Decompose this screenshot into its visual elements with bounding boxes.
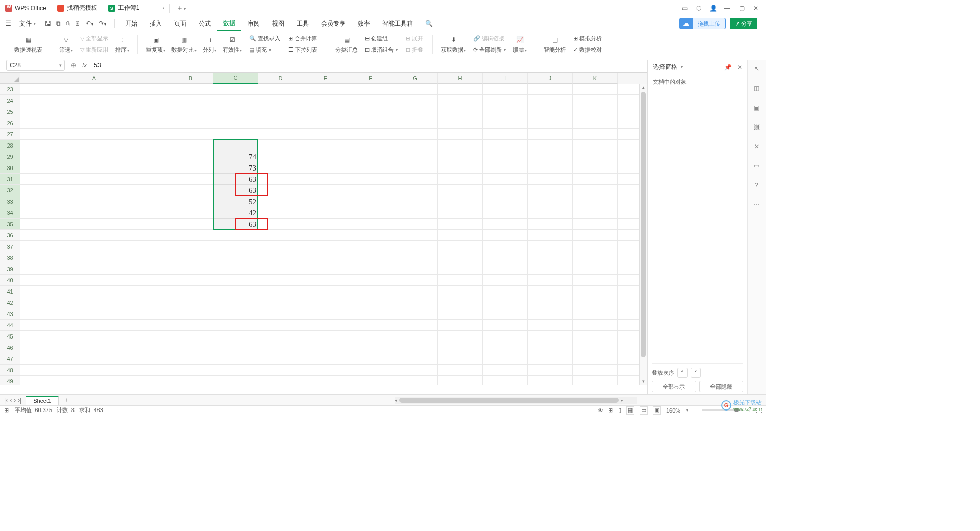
column-header[interactable]: A	[20, 73, 168, 84]
scroll-right-icon[interactable]: ▸	[621, 398, 623, 403]
scroll-up-icon[interactable]: ▴	[640, 84, 647, 91]
tab-add-button[interactable]: ＋▾	[170, 4, 192, 13]
tab-view[interactable]: 视图	[266, 16, 290, 31]
cell[interactable]: 52	[213, 196, 258, 207]
get-data-button[interactable]: ⬇获取数据▾	[438, 31, 469, 58]
grid-icon[interactable]: ⊞	[608, 407, 613, 414]
lookup-input-button[interactable]: 🔍查找录入	[247, 34, 282, 44]
row-header[interactable]: 25	[0, 106, 20, 117]
row-header[interactable]: 30	[0, 162, 20, 174]
row-header[interactable]: 42	[0, 297, 20, 308]
search-icon[interactable]: 🔍	[419, 16, 439, 31]
data-compare-button[interactable]: ▥数据对比▾	[168, 31, 200, 58]
cell[interactable]: 74	[213, 151, 258, 162]
tab-formula[interactable]: 公式	[192, 16, 217, 31]
move-up-button[interactable]: ˄	[677, 368, 688, 378]
scroll-thumb[interactable]	[641, 92, 646, 357]
row-header[interactable]: 43	[0, 308, 20, 320]
select-icon[interactable]: ↖	[752, 64, 762, 74]
row-header[interactable]: 39	[0, 263, 20, 275]
file-menu[interactable]: 文件▾	[16, 19, 39, 28]
row-header[interactable]: 35	[0, 219, 20, 230]
cell-grid[interactable]: 5374736363524263	[20, 84, 639, 385]
image-icon[interactable]: 🖼	[752, 122, 762, 132]
tab-docer[interactable]: 找稻壳模板	[52, 0, 103, 16]
cell[interactable]: 42	[213, 207, 258, 219]
cloud-icon[interactable]: ☁	[679, 18, 693, 29]
validation-button[interactable]: ☑有效性▾	[219, 31, 245, 58]
column-header[interactable]: G	[393, 73, 438, 84]
column-header[interactable]: B	[168, 73, 213, 84]
row-header[interactable]: 46	[0, 342, 20, 353]
show-all-button[interactable]: 全部显示	[652, 381, 696, 392]
fill-button[interactable]: ▤填充▾	[247, 45, 282, 55]
text-to-columns-button[interactable]: ⫞分列▾	[200, 31, 219, 58]
upload-button[interactable]: 拖拽上传	[693, 18, 726, 29]
row-header[interactable]: 37	[0, 241, 20, 252]
column-header[interactable]: J	[528, 73, 573, 84]
tab-start[interactable]: 开始	[119, 16, 143, 31]
column-icon[interactable]: ▯	[618, 407, 621, 414]
panel-icon[interactable]: ▭	[681, 5, 688, 12]
eye-icon[interactable]: 👁	[598, 407, 603, 414]
row-header[interactable]: 33	[0, 196, 20, 207]
column-header[interactable]: D	[258, 73, 303, 84]
row-header[interactable]: 49	[0, 376, 20, 387]
more-icon[interactable]: ⋯	[752, 200, 762, 210]
add-sheet-button[interactable]: ＋	[59, 396, 75, 404]
window-maximize[interactable]: ▢	[738, 5, 745, 12]
print-preview-icon[interactable]: 🗎	[75, 20, 81, 27]
tab-insert[interactable]: 插入	[143, 16, 168, 31]
row-header[interactable]: 40	[0, 275, 20, 286]
name-box[interactable]: C28 ▾	[6, 60, 65, 71]
cell[interactable]: 63	[213, 219, 258, 230]
ungroup-button[interactable]: ⊡取消组合▾	[363, 45, 400, 55]
consolidate-button[interactable]: ⊞合并计算	[286, 34, 320, 44]
tab-ai-toolbox[interactable]: 智能工具箱	[376, 16, 419, 31]
refresh-all-button[interactable]: ⟳全部刷新▾	[471, 45, 508, 55]
zoom-value[interactable]: 160%	[666, 407, 680, 414]
row-header[interactable]: 38	[0, 252, 20, 263]
column-header[interactable]: I	[483, 73, 528, 84]
tab-tools[interactable]: 工具	[290, 16, 315, 31]
hamburger-icon[interactable]: ☰	[3, 18, 13, 29]
next-sheet-icon[interactable]: ›	[14, 397, 16, 404]
tab-efficiency[interactable]: 效率	[352, 16, 376, 31]
row-header[interactable]: 29	[0, 151, 20, 162]
expand-button[interactable]: ⊞展开	[404, 34, 425, 44]
close-icon[interactable]: ✕	[737, 64, 742, 71]
row-header[interactable]: 27	[0, 129, 20, 140]
fx-icon[interactable]: fx	[78, 62, 91, 69]
sheet-tab-active[interactable]: Sheet1	[26, 396, 59, 405]
row-header[interactable]: 45	[0, 331, 20, 342]
page-view-button[interactable]: ▭	[640, 406, 648, 415]
column-header[interactable]: C	[213, 73, 258, 84]
tab-page[interactable]: 页面	[168, 16, 192, 31]
share-button[interactable]: ↗分享	[730, 18, 757, 29]
scroll-thumb[interactable]	[399, 398, 619, 403]
dropdown-list-button[interactable]: ☰下拉列表	[286, 45, 320, 55]
link-icon[interactable]: ⧉	[56, 20, 61, 27]
tools-icon[interactable]: ✕	[752, 141, 762, 152]
row-header[interactable]: 34	[0, 207, 20, 219]
row-header[interactable]: 24	[0, 95, 20, 106]
window-close[interactable]: ✕	[752, 5, 760, 12]
tab-member[interactable]: 会员专享	[315, 16, 352, 31]
menu-icon[interactable]: ⊞	[4, 407, 9, 414]
sort-button[interactable]: ↕排序▾	[112, 31, 132, 58]
row-header[interactable]: 41	[0, 286, 20, 297]
row-header[interactable]: 47	[0, 353, 20, 365]
row-header[interactable]: 26	[0, 117, 20, 129]
edit-links-button[interactable]: 🔗编辑链接	[471, 34, 508, 44]
tab-data[interactable]: 数据	[217, 16, 241, 31]
chevron-down-icon[interactable]: ▾	[59, 63, 62, 68]
zoom-out-button[interactable]: −	[693, 407, 696, 414]
vertical-scrollbar[interactable]: ▴ ▾	[639, 84, 647, 385]
property-icon[interactable]: ▣	[752, 103, 762, 113]
expand-lookup-icon[interactable]: ⊕	[69, 62, 78, 69]
style-icon[interactable]: ◫	[752, 83, 762, 93]
scroll-down-icon[interactable]: ▾	[640, 378, 647, 385]
row-header[interactable]: 32	[0, 185, 20, 196]
scroll-left-icon[interactable]: ◂	[395, 398, 397, 403]
cell[interactable]: 63	[213, 174, 258, 185]
